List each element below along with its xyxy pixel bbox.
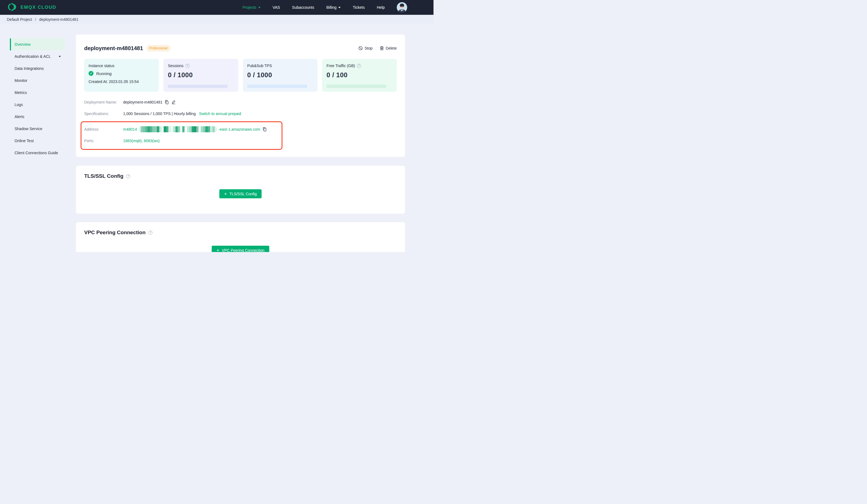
sidebar-item-metrics[interactable]: Metrics [10,87,65,99]
add-tls-ssl-config-button[interactable]: TLS/SSL Config [220,189,262,198]
help-icon[interactable] [126,174,130,178]
stop-icon [358,46,363,51]
emqx-cloud-logo[interactable]: EMQX CLOUD [7,3,56,12]
address-redaction [138,126,217,132]
page-title: deployment-m4801481 [84,45,143,52]
vpc-peering-card: VPC Peering Connection VPC Peering Conne… [76,222,405,252]
status-text: Running [96,71,111,76]
breadcrumb-project[interactable]: Default Project [7,17,32,22]
help-icon[interactable] [357,64,361,68]
address-prefix: m48014 [123,127,137,131]
sidebar-item-monitor[interactable]: Monitor [10,75,65,87]
plus-icon [224,191,227,196]
sidebar-item-data-integrations[interactable]: Data Integrations [10,63,65,75]
sidebar-item-online-test[interactable]: Online Test [10,135,65,147]
breadcrumb-separator: / [35,17,36,22]
stat-sessions: Sessions 0 / 1000 [163,59,238,92]
help-icon[interactable] [185,64,190,68]
edit-icon[interactable] [171,100,176,105]
sidebar-item-alerts[interactable]: Alerts [10,111,65,123]
sidebar-item-overview[interactable]: Overview [10,39,65,51]
avatar[interactable] [397,2,407,13]
ports-label: Ports: [84,139,123,143]
deployment-details: Deployment Name: deployment-m4801481 Spe… [84,98,397,150]
sidebar: Overview Authentication & ACL Data Integ… [10,39,65,159]
main-content: deployment-m4801481 Professional Stop De… [76,34,405,252]
breadcrumb-current: deployment-m4801481 [39,17,78,22]
nav-links: Projects VAS Subaccounts Billing Tickets… [243,2,407,13]
sidebar-item-authentication-acl[interactable]: Authentication & ACL [10,51,65,63]
trash-icon [380,46,384,51]
deployment-name-label: Deployment Name: [84,100,123,105]
stop-button[interactable]: Stop [358,46,373,51]
stat-free-traffic: Free Traffic (GB) 0 / 100 [322,59,397,92]
nav-item-billing[interactable]: Billing [326,5,341,10]
nav-item-help[interactable]: Help [377,5,385,10]
delete-button[interactable]: Delete [380,46,397,51]
nav-item-subaccounts[interactable]: Subaccounts [292,5,314,10]
plan-badge: Professional [147,45,171,52]
chevron-down-icon [258,7,260,8]
brand-name: EMQX CLOUD [21,5,56,10]
vpc-peering-heading: VPC Peering Connection [84,230,146,235]
copy-icon[interactable] [263,127,267,131]
annotation-highlight-box: Address: m48014 -east-1.amazonaws.com Po… [81,121,282,150]
sidebar-item-logs[interactable]: Logs [10,99,65,111]
deployment-overview-card: deployment-m4801481 Professional Stop De… [76,34,405,157]
nav-item-projects[interactable]: Projects [243,5,261,10]
nav-item-tickets[interactable]: Tickets [353,5,365,10]
specifications-label: Specifications: [84,111,123,116]
tls-ssl-card: TLS/SSL Config TLS/SSL Config [76,166,405,213]
ports-value: 1883(mqtt), 8083(ws) [123,139,160,143]
chevron-down-icon [338,7,341,8]
sidebar-item-shadow-service[interactable]: Shadow Service [10,123,65,135]
help-icon[interactable] [148,231,152,235]
address-suffix: -east-1.amazonaws.com [218,127,260,131]
traffic-progress-bar [327,85,386,88]
address-label: Address: [84,127,123,131]
plus-icon [217,248,220,252]
chevron-down-icon [59,56,61,57]
tls-ssl-heading: TLS/SSL Config [84,173,124,179]
stats-row: Instance status Running Created At: 2023… [84,59,397,92]
stat-instance-status: Instance status Running Created At: 2023… [84,59,159,92]
breadcrumb: Default Project / deployment-m4801481 [0,15,434,24]
top-nav: EMQX CLOUD Projects VAS Subaccounts Bill… [0,0,434,15]
switch-to-annual-prepaid-link[interactable]: Switch to annual prepaid [199,111,241,116]
tps-progress-bar [247,85,307,88]
sessions-progress-bar [168,85,227,88]
sidebar-item-client-connections-guide[interactable]: Client Connections Guide [10,147,65,159]
add-vpc-peering-button[interactable]: VPC Peering Connection [212,246,269,252]
stat-pubsub-tps: Pub&Sub TPS 0 / 1000 [243,59,318,92]
emqx-logo-icon [7,3,18,12]
nav-item-vas[interactable]: VAS [272,5,280,10]
check-circle-icon [88,71,94,76]
specifications-value: 1,000 Sessions / 1,000 TPS | Hourly bill… [123,111,196,116]
created-at: Created At: 2023.01.05 15:54 [88,79,154,84]
deployment-name-value: deployment-m4801481 [123,100,162,105]
copy-icon[interactable] [165,100,169,105]
